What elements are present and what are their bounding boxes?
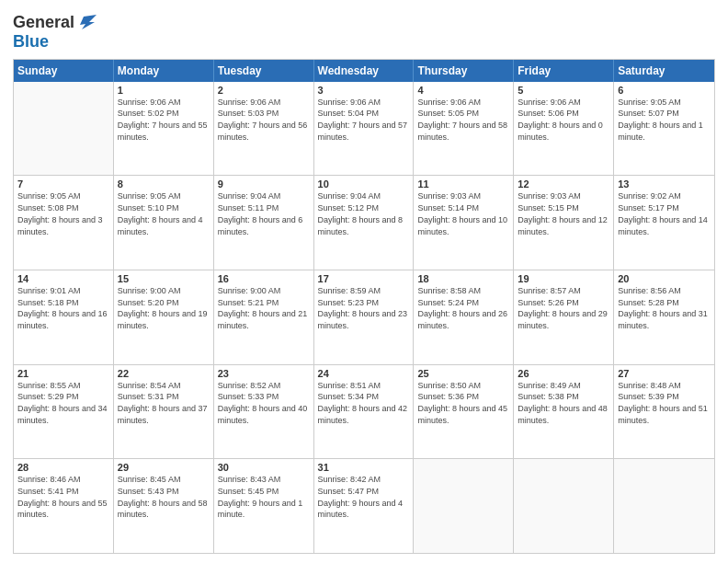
- logo-general: General: [13, 14, 74, 32]
- calendar-cell: 30 Sunrise: 8:43 AMSunset: 5:45 PMDaylig…: [214, 459, 314, 553]
- day-number: 9: [218, 178, 310, 190]
- day-number: 17: [318, 273, 410, 284]
- svg-marker-0: [80, 15, 97, 29]
- cell-details: Sunrise: 8:56 AMSunset: 5:28 PMDaylight:…: [618, 286, 708, 330]
- cell-details: Sunrise: 8:45 AMSunset: 5:43 PMDaylight:…: [118, 475, 208, 519]
- calendar-header: SundayMondayTuesdayWednesdayThursdayFrid…: [14, 60, 714, 82]
- calendar-cell: [414, 459, 514, 553]
- calendar-cell: 10 Sunrise: 9:04 AMSunset: 5:12 PMDaylig…: [314, 176, 415, 270]
- cell-details: Sunrise: 9:05 AMSunset: 5:10 PMDaylight:…: [118, 191, 203, 236]
- cell-details: Sunrise: 8:54 AMSunset: 5:31 PMDaylight:…: [118, 381, 208, 425]
- calendar-row: 7 Sunrise: 9:05 AMSunset: 5:08 PMDayligh…: [14, 176, 714, 270]
- day-number: 16: [218, 273, 310, 284]
- day-number: 10: [318, 178, 410, 190]
- cell-details: Sunrise: 9:01 AMSunset: 5:18 PMDaylight:…: [17, 286, 108, 330]
- cell-details: Sunrise: 9:00 AMSunset: 5:21 PMDaylight:…: [218, 286, 308, 330]
- calendar-row: 1 Sunrise: 9:06 AMSunset: 5:02 PMDayligh…: [14, 82, 714, 177]
- day-number: 3: [318, 85, 410, 96]
- calendar-cell: 5 Sunrise: 9:06 AMSunset: 5:06 PMDayligh…: [514, 82, 614, 176]
- calendar-row: 28 Sunrise: 8:46 AMSunset: 5:41 PMDaylig…: [14, 459, 714, 553]
- cell-details: Sunrise: 9:06 AMSunset: 5:04 PMDaylight:…: [318, 98, 408, 142]
- calendar-cell: 1 Sunrise: 9:06 AMSunset: 5:02 PMDayligh…: [114, 82, 214, 176]
- cell-details: Sunrise: 8:55 AMSunset: 5:29 PMDaylight:…: [17, 381, 108, 425]
- weekday-header: Friday: [514, 60, 614, 82]
- day-number: 23: [218, 368, 310, 379]
- cell-details: Sunrise: 9:03 AMSunset: 5:14 PMDaylight:…: [417, 191, 507, 236]
- calendar-cell: 17 Sunrise: 8:59 AMSunset: 5:23 PMDaylig…: [314, 270, 415, 364]
- day-number: 29: [118, 462, 210, 473]
- weekday-header: Thursday: [414, 60, 514, 82]
- calendar-cell: 31 Sunrise: 8:42 AMSunset: 5:47 PMDaylig…: [314, 459, 415, 553]
- cell-details: Sunrise: 8:57 AMSunset: 5:26 PMDaylight:…: [518, 286, 608, 330]
- day-number: 30: [218, 462, 310, 473]
- weekday-header: Tuesday: [214, 60, 314, 82]
- cell-details: Sunrise: 9:05 AMSunset: 5:07 PMDaylight:…: [618, 98, 703, 142]
- cell-details: Sunrise: 8:49 AMSunset: 5:38 PMDaylight:…: [518, 381, 608, 425]
- cell-details: Sunrise: 9:00 AMSunset: 5:20 PMDaylight:…: [118, 286, 208, 330]
- calendar-cell: 24 Sunrise: 8:51 AMSunset: 5:34 PMDaylig…: [314, 365, 415, 459]
- calendar-cell: 18 Sunrise: 8:58 AMSunset: 5:24 PMDaylig…: [414, 270, 514, 364]
- cell-details: Sunrise: 9:04 AMSunset: 5:11 PMDaylight:…: [218, 191, 303, 236]
- day-number: 20: [618, 273, 711, 284]
- calendar-cell: 12 Sunrise: 9:03 AMSunset: 5:15 PMDaylig…: [514, 176, 614, 270]
- calendar-body: 1 Sunrise: 9:06 AMSunset: 5:02 PMDayligh…: [14, 82, 714, 553]
- calendar-cell: 26 Sunrise: 8:49 AMSunset: 5:38 PMDaylig…: [514, 365, 614, 459]
- calendar-cell: [514, 459, 614, 553]
- day-number: 7: [17, 178, 109, 190]
- calendar-cell: 25 Sunrise: 8:50 AMSunset: 5:36 PMDaylig…: [414, 365, 514, 459]
- header: General Blue: [13, 9, 715, 52]
- calendar-cell: 3 Sunrise: 9:06 AMSunset: 5:04 PMDayligh…: [314, 82, 415, 176]
- calendar-row: 21 Sunrise: 8:55 AMSunset: 5:29 PMDaylig…: [14, 365, 714, 460]
- calendar-cell: 19 Sunrise: 8:57 AMSunset: 5:26 PMDaylig…: [514, 270, 614, 364]
- calendar-cell: 11 Sunrise: 9:03 AMSunset: 5:14 PMDaylig…: [414, 176, 514, 270]
- cell-details: Sunrise: 8:58 AMSunset: 5:24 PMDaylight:…: [417, 286, 507, 330]
- cell-details: Sunrise: 8:50 AMSunset: 5:36 PMDaylight:…: [417, 381, 507, 425]
- day-number: 5: [518, 85, 609, 96]
- day-number: 1: [118, 85, 210, 96]
- cell-details: Sunrise: 9:06 AMSunset: 5:05 PMDaylight:…: [417, 98, 507, 142]
- cell-details: Sunrise: 9:06 AMSunset: 5:02 PMDaylight:…: [118, 98, 208, 142]
- calendar-cell: 27 Sunrise: 8:48 AMSunset: 5:39 PMDaylig…: [614, 365, 714, 459]
- weekday-header: Saturday: [614, 60, 714, 82]
- calendar-cell: [614, 459, 714, 553]
- cell-details: Sunrise: 8:43 AMSunset: 5:45 PMDaylight:…: [218, 475, 303, 519]
- cell-details: Sunrise: 9:04 AMSunset: 5:12 PMDaylight:…: [318, 191, 404, 236]
- cell-details: Sunrise: 9:06 AMSunset: 5:03 PMDaylight:…: [218, 98, 308, 142]
- cell-details: Sunrise: 8:59 AMSunset: 5:23 PMDaylight:…: [318, 286, 408, 330]
- cell-details: Sunrise: 9:05 AMSunset: 5:08 PMDaylight:…: [17, 191, 103, 236]
- cell-details: Sunrise: 8:46 AMSunset: 5:41 PMDaylight:…: [17, 475, 108, 519]
- calendar-cell: 21 Sunrise: 8:55 AMSunset: 5:29 PMDaylig…: [14, 365, 114, 459]
- logo: General Blue: [13, 13, 97, 52]
- day-number: 4: [417, 85, 509, 96]
- calendar-cell: 6 Sunrise: 9:05 AMSunset: 5:07 PMDayligh…: [614, 82, 714, 176]
- day-number: 31: [318, 462, 410, 473]
- day-number: 2: [218, 85, 310, 96]
- page: General Blue SundayMondayTuesdayWednesda…: [0, 0, 728, 563]
- day-number: 22: [118, 368, 210, 379]
- calendar-row: 14 Sunrise: 9:01 AMSunset: 5:18 PMDaylig…: [14, 270, 714, 365]
- day-number: 8: [118, 178, 210, 190]
- weekday-header: Monday: [114, 60, 214, 82]
- cell-details: Sunrise: 8:48 AMSunset: 5:39 PMDaylight:…: [618, 381, 708, 425]
- day-number: 14: [17, 273, 109, 284]
- day-number: 26: [518, 368, 609, 379]
- calendar-cell: 20 Sunrise: 8:56 AMSunset: 5:28 PMDaylig…: [614, 270, 714, 364]
- calendar-cell: 29 Sunrise: 8:45 AMSunset: 5:43 PMDaylig…: [114, 459, 214, 553]
- day-number: 19: [518, 273, 609, 284]
- cell-details: Sunrise: 8:42 AMSunset: 5:47 PMDaylight:…: [318, 475, 404, 519]
- calendar-cell: 16 Sunrise: 9:00 AMSunset: 5:21 PMDaylig…: [214, 270, 314, 364]
- calendar: SundayMondayTuesdayWednesdayThursdayFrid…: [13, 59, 715, 554]
- cell-details: Sunrise: 8:51 AMSunset: 5:34 PMDaylight:…: [318, 381, 408, 425]
- day-number: 25: [417, 368, 509, 379]
- cell-details: Sunrise: 9:06 AMSunset: 5:06 PMDaylight:…: [518, 98, 603, 142]
- logo-blue: Blue: [13, 32, 49, 51]
- day-number: 27: [618, 368, 711, 379]
- logo-bird-icon: [76, 13, 97, 33]
- calendar-cell: 28 Sunrise: 8:46 AMSunset: 5:41 PMDaylig…: [14, 459, 114, 553]
- calendar-cell: 14 Sunrise: 9:01 AMSunset: 5:18 PMDaylig…: [14, 270, 114, 364]
- calendar-cell: 13 Sunrise: 9:02 AMSunset: 5:17 PMDaylig…: [614, 176, 714, 270]
- calendar-cell: 22 Sunrise: 8:54 AMSunset: 5:31 PMDaylig…: [114, 365, 214, 459]
- day-number: 12: [518, 178, 609, 190]
- day-number: 13: [618, 178, 711, 190]
- day-number: 28: [17, 462, 109, 473]
